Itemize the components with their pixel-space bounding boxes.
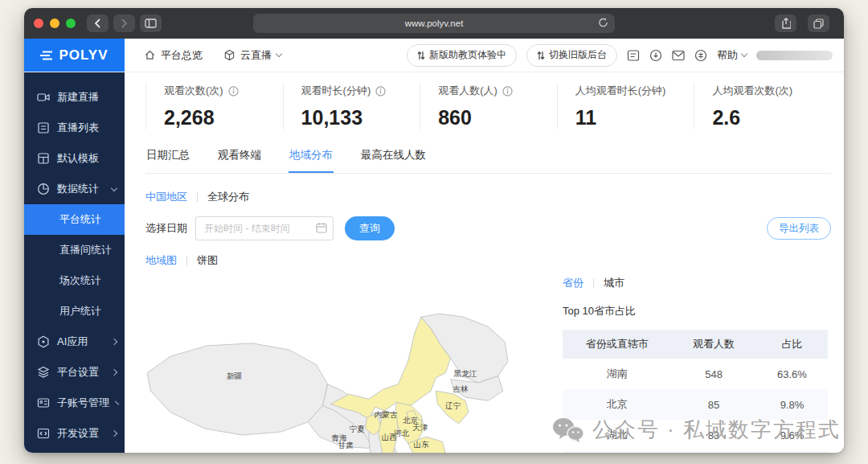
sidebar-item-data-stats[interactable]: 数据统计 — [24, 174, 125, 204]
chevron-right-icon — [111, 339, 117, 345]
logo-text: POLYV — [59, 47, 108, 64]
sidebar-subitem-platform-stats[interactable]: 平台统计 — [24, 204, 125, 235]
map-view-link[interactable]: 地域图 — [145, 253, 177, 268]
stats-tabs: 日期汇总 观看终端 地域分布 最高在线人数 — [145, 139, 831, 174]
stat-label: 观看时长(分钟) — [301, 84, 371, 98]
cell-province: 北京 — [563, 389, 671, 420]
stat-label: 人均观看次数(次) — [712, 84, 792, 98]
polyv-logo[interactable]: POLYV — [24, 39, 125, 72]
sidebar-item-new-live[interactable]: 新建直播 — [24, 82, 125, 113]
calendar-icon[interactable] — [316, 222, 327, 236]
stat-card-avg-duration: 人均观看时长(分钟) 11 — [557, 84, 694, 129]
sidebar: 新建直播 直播列表 默认模板 — [24, 72, 125, 453]
tab-overview-button[interactable] — [808, 14, 829, 32]
cell-province: 湖北 — [563, 420, 671, 450]
sidebar-item-dev-settings[interactable]: 开发设置 — [24, 418, 125, 449]
map-label: 天津 — [412, 423, 428, 432]
username-redacted[interactable] — [756, 51, 833, 60]
sidebar-item-live-list[interactable]: 直播列表 — [24, 113, 125, 143]
nav-overview-label: 平台总览 — [161, 48, 203, 63]
forward-button[interactable] — [113, 14, 135, 32]
tab-peak-online[interactable]: 最高在线人数 — [360, 139, 427, 173]
chevron-down-icon — [741, 51, 747, 57]
sidebar-item-subaccount[interactable]: 子账号管理 — [24, 388, 125, 418]
help-label: 帮助 — [717, 48, 738, 63]
table-row[interactable]: 湖南 548 63.6% — [563, 359, 828, 389]
date-range-input[interactable] — [195, 216, 334, 240]
info-icon[interactable] — [502, 86, 513, 96]
province-inner-mongolia[interactable] — [331, 317, 451, 418]
stat-value: 2.6 — [712, 106, 831, 129]
sidebar-item-label: 数据统计 — [57, 182, 99, 196]
header-right: 新版助教页体验中 切换旧版后台 — [407, 39, 844, 72]
rank-title: Top 10省市占比 — [563, 304, 828, 318]
back-button[interactable] — [87, 14, 108, 32]
share-button[interactable] — [775, 14, 796, 32]
sidebar-item-default-template[interactable]: 默认模板 — [24, 143, 125, 174]
sidebar-item-ai-apps[interactable]: AI应用 — [24, 326, 125, 357]
stat-value: 11 — [575, 106, 694, 129]
cube-icon — [223, 49, 235, 61]
nav-cloud-live[interactable]: 云直播 — [223, 48, 281, 63]
cell-ratio: 5.4% — [756, 450, 828, 453]
date-filter-label: 选择日期 — [145, 221, 187, 236]
stat-card-viewers: 观看人数(人) 860 — [420, 84, 557, 129]
url-bar[interactable]: www.polyv.net — [253, 14, 615, 33]
column-ratio: 占比 — [756, 330, 828, 359]
sidebar-icon — [145, 18, 157, 28]
column-viewers: 观看人数 — [671, 330, 756, 359]
cell-viewers: 85 — [671, 389, 756, 420]
table-row[interactable]: 北京 85 9.8% — [563, 389, 828, 420]
map-label: 山西 — [381, 433, 397, 441]
stat-value: 860 — [438, 106, 557, 129]
info-icon[interactable] — [228, 86, 239, 96]
stat-label: 观看人数(人) — [438, 84, 497, 98]
global-region-link[interactable]: 全球分布 — [207, 190, 249, 204]
table-row[interactable]: 湖北 83 9.6% — [563, 420, 828, 450]
map-label: 辽宁 — [444, 401, 461, 410]
cell-ratio: 9.6% — [756, 420, 828, 450]
chevron-right-icon — [111, 430, 117, 437]
nav-platform-overview[interactable]: 平台总览 — [144, 48, 203, 63]
tab-date-summary[interactable]: 日期汇总 — [145, 139, 190, 173]
sidebar-toggle-button[interactable] — [140, 14, 162, 32]
subitem-label: 场次统计 — [59, 273, 101, 288]
stat-card-duration: 观看时长(分钟) 10,133 — [283, 84, 420, 129]
reload-icon[interactable] — [598, 17, 608, 30]
stats-row: 观看次数(次) 2,268 观看时长(分钟) — [145, 72, 831, 129]
pie-view-link[interactable]: 饼图 — [197, 253, 218, 268]
map-label: 黑龙江 — [453, 369, 477, 378]
list-icon — [37, 121, 50, 134]
province-link[interactable]: 省份 — [563, 276, 583, 290]
download-button[interactable] — [649, 49, 662, 62]
new-assistant-label: 新版助教页体验中 — [429, 48, 506, 62]
export-list-button[interactable]: 导出列表 — [767, 217, 831, 240]
new-assistant-page-button[interactable]: 新版助教页体验中 — [407, 44, 517, 67]
chevron-right-icon — [111, 369, 117, 376]
docs-button[interactable] — [627, 49, 640, 62]
stat-card-avg-views: 人均观看次数(次) 2.6 — [694, 84, 831, 129]
switch-old-console-button[interactable]: 切换旧版后台 — [526, 44, 617, 67]
city-link[interactable]: 城市 — [604, 276, 624, 290]
sidebar-subitem-user-stats[interactable]: 用户统计 — [24, 296, 125, 326]
china-region-link[interactable]: 中国地区 — [145, 190, 187, 204]
message-button[interactable] — [672, 50, 685, 61]
tab-device[interactable]: 观看终端 — [217, 139, 262, 173]
info-icon[interactable] — [375, 86, 386, 96]
tab-region[interactable]: 地域分布 — [289, 139, 334, 173]
province-xinjiang[interactable] — [147, 343, 327, 435]
sidebar-item-label: AI应用 — [57, 335, 88, 349]
help-menu[interactable]: 帮助 — [717, 48, 747, 63]
map-label: 吉林 — [452, 384, 469, 393]
sidebar-subitem-session-stats[interactable]: 场次统计 — [24, 265, 125, 296]
table-row[interactable]: 广东 47 5.4% — [563, 450, 828, 453]
service-button[interactable] — [694, 49, 707, 62]
china-map[interactable]: 新疆 黑龙江 吉林 辽宁 内蒙古 北京 天津 河北 山西 宁夏 青海 甘肃 — [137, 306, 547, 453]
query-button[interactable]: 查询 — [345, 216, 395, 240]
sidebar-item-platform-settings[interactable]: 平台设置 — [24, 357, 125, 388]
sidebar-item-label: 新建直播 — [57, 90, 99, 105]
minimize-window-button[interactable] — [50, 18, 59, 28]
maximize-window-button[interactable] — [66, 18, 76, 28]
sidebar-subitem-room-stats[interactable]: 直播间统计 — [24, 235, 125, 265]
close-window-button[interactable] — [34, 18, 43, 28]
